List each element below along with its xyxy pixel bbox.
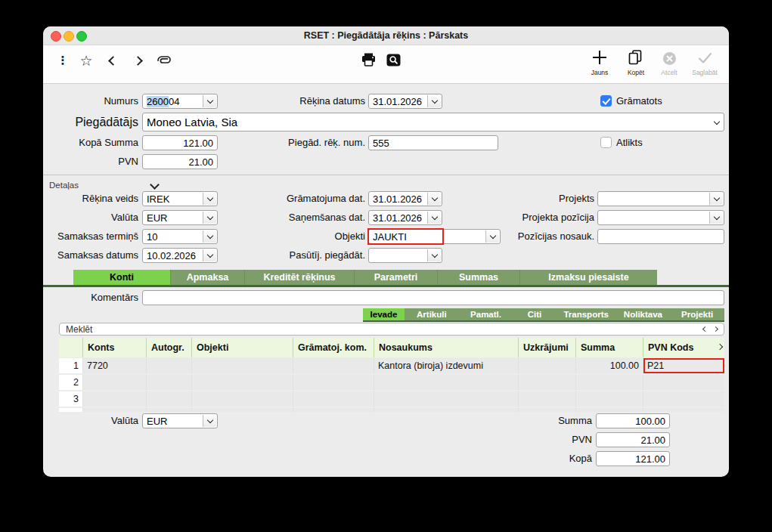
main-tab-bar: Konti Apmaksa Kreditēt rēķinus Parametri… [73,270,657,285]
row-number[interactable]: 3 [59,391,82,407]
tab-izmaksu-piesaiste[interactable]: Izmaksu piesaiste [519,270,657,285]
pvn-field[interactable]: 21.00 [142,154,218,169]
objekti-label: Objekti [194,229,365,244]
tab-parametri[interactable]: Parametri [354,270,437,285]
footer-valuta-field[interactable]: EUR [142,413,218,428]
cell-objekti[interactable] [191,375,293,390]
pasutij-piegadat-dropdown-icon[interactable] [427,249,441,261]
subtab-transports[interactable]: Transports [557,308,616,320]
cell-summa[interactable] [575,375,643,390]
tab-kreditet-rekinus[interactable]: Kreditēt rēķinus [244,270,354,285]
subtab-artikuli[interactable]: Artikuli [405,308,459,320]
komentars-label: Komentārs [43,290,138,305]
save-icon[interactable] [696,50,713,66]
cell-objekti[interactable] [191,408,293,412]
rekina-datums-dropdown-icon[interactable] [427,95,441,107]
col-gramatoj-kom: Grāmatoj. kom. [293,338,374,357]
save-button[interactable]: Saglabāt [687,69,722,76]
cell-pvn-kods[interactable] [643,391,724,407]
gramatojuma-dat-dropdown-icon[interactable] [427,193,441,205]
cell-summa[interactable]: 100.00 [575,358,643,373]
cancel-button[interactable]: Atcelt [652,69,687,76]
copy-button[interactable]: Kopēt [619,69,653,76]
pozicijas-nosauk-field[interactable] [597,229,724,244]
cell-uzkrajumi[interactable] [518,408,575,412]
cell-gramatoj-kom[interactable] [293,391,374,407]
cell-uzkrajumi[interactable] [518,391,575,407]
cancel-icon[interactable] [662,51,677,66]
cell-autogr[interactable] [146,408,191,412]
row-number[interactable]: 1 [59,358,82,373]
search-next-icon[interactable] [713,326,718,332]
cell-summa[interactable] [575,408,643,412]
atlikts-checkbox[interactable] [600,137,612,148]
sanemsanas-dat-field[interactable]: 31.01.2026 [368,210,442,225]
cell-autogr[interactable] [146,391,191,407]
projekts-dropdown-icon[interactable] [709,193,723,205]
favorites-star-icon[interactable]: ☆ [78,52,95,69]
cell-pvn-kods[interactable] [643,375,724,390]
cell-konts[interactable] [82,408,146,412]
cell-nosaukums[interactable] [374,408,518,412]
komentars-field[interactable] [142,290,724,305]
cell-gramatoj-kom[interactable] [293,358,374,373]
gramatojuma-dat-label: Grāmatojuma dat. [194,191,365,206]
table-row: 1 7720 Kantora (biroja) izdevumi 100.00 … [59,358,724,373]
piegadatajs-field[interactable]: Moneo Latvia, Sia [142,113,724,131]
cell-autogr[interactable] [146,375,191,390]
cell-nosaukums[interactable] [374,375,518,390]
samaksas-termins-value: 10 [147,231,157,243]
cell-konts[interactable] [82,375,146,390]
copy-icon[interactable] [627,49,643,66]
table-row: 3 [59,391,724,407]
cell-gramatoj-kom[interactable] [293,408,374,412]
cell-autogr[interactable] [146,358,191,373]
pasutij-piegadat-field[interactable] [368,248,442,263]
cell-uzkrajumi[interactable] [518,358,575,373]
tab-apmaksa[interactable]: Apmaksa [170,270,244,285]
cell-summa[interactable] [575,391,643,407]
subtab-projekti[interactable]: Projekti [670,308,724,320]
rekina-datums-field[interactable]: 31.01.2026 [368,94,442,109]
projekta-pozicija-field[interactable] [597,210,724,225]
tab-summas[interactable]: Summas [437,270,519,285]
new-icon[interactable] [591,49,608,66]
footer-valuta-dropdown-icon[interactable] [203,415,216,427]
sub-tab-bar: Ievade Artikuli Pamatl. Citi Transports … [363,308,724,320]
cell-objekti[interactable] [191,358,293,373]
row-number[interactable]: 2 [59,375,82,390]
cell-objekti[interactable] [191,391,293,407]
cell-konts[interactable] [82,391,146,407]
cell-nosaukums[interactable] [374,391,518,407]
subtab-ievade[interactable]: Ievade [363,308,405,320]
piegad-rek-num-field[interactable]: 555 [368,135,498,150]
preview-icon[interactable] [386,53,401,66]
subtab-pamatl[interactable]: Pamatl. [459,308,513,320]
projekts-field[interactable] [597,191,724,206]
gramatots-checkbox[interactable] [600,95,612,107]
search-bar[interactable]: Meklēt [59,323,724,336]
row-number[interactable]: 4 [59,408,82,412]
cell-pvn-kods[interactable]: P21 [643,358,724,373]
projekta-pozicija-dropdown-icon[interactable] [709,212,723,224]
tab-konti[interactable]: Konti [73,270,170,285]
search-prev-icon[interactable] [702,326,708,332]
cell-uzkrajumi[interactable] [518,375,575,390]
cell-gramatoj-kom[interactable] [293,375,374,390]
cell-konts[interactable]: 7720 [82,358,146,373]
gramatojuma-dat-field[interactable]: 31.01.2026 [368,191,442,206]
nav-forward-icon[interactable] [132,54,144,67]
print-icon[interactable] [361,52,376,67]
sanemsanas-dat-dropdown-icon[interactable] [427,212,441,224]
piegadatajs-dropdown-icon[interactable] [710,114,723,130]
cell-pvn-kods[interactable] [643,408,724,412]
nav-back-icon[interactable] [107,54,119,67]
subtab-citi[interactable]: Citi [513,308,556,320]
new-button[interactable]: Jauns [582,69,617,76]
detalas-chevron-icon[interactable] [150,180,160,190]
kebab-menu-icon[interactable]: ⋮ [57,51,69,70]
subtab-noliktava[interactable]: Noliktava [616,308,671,320]
screen: { "window": { "title": "RSET : Piegādātā… [0,0,772,532]
attachment-icon[interactable] [155,54,173,66]
cell-nosaukums[interactable]: Kantora (biroja) izdevumi [374,358,518,373]
